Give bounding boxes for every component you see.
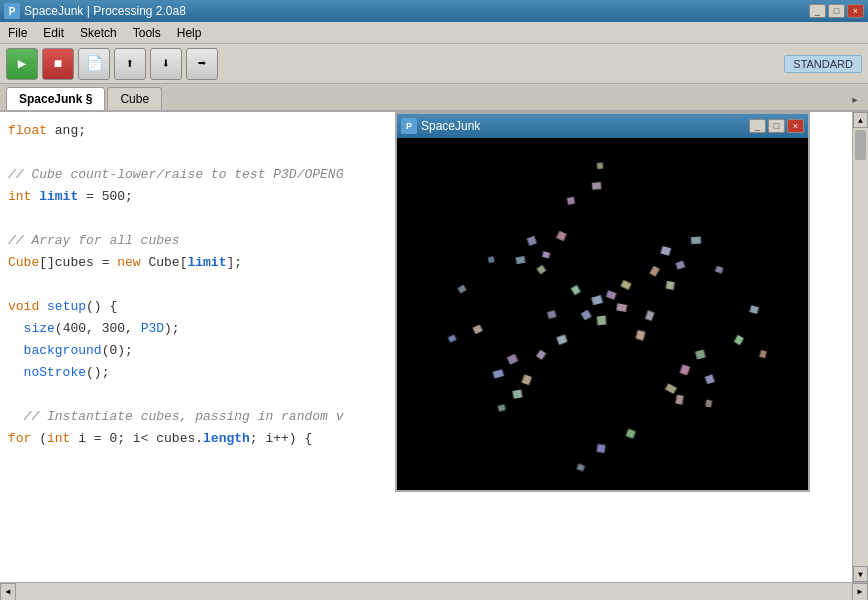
- window-title: SpaceJunk | Processing 2.0a8: [24, 4, 186, 18]
- title-bar: P SpaceJunk | Processing 2.0a8 _ □ ×: [0, 0, 868, 22]
- stop-button[interactable]: ■: [42, 48, 74, 80]
- menu-edit[interactable]: Edit: [35, 24, 72, 42]
- horizontal-scrollbar[interactable]: ◀ ▶: [0, 582, 868, 600]
- preview-title-bar: P SpaceJunk _ □ ×: [397, 114, 808, 138]
- svg-rect-43: [705, 400, 712, 408]
- tab-cube[interactable]: Cube: [107, 87, 162, 110]
- scrollbar-h-track[interactable]: [16, 583, 852, 600]
- svg-rect-28: [567, 197, 575, 205]
- close-button[interactable]: ×: [847, 4, 864, 18]
- svg-rect-33: [596, 444, 605, 453]
- svg-rect-32: [592, 182, 601, 190]
- svg-rect-14: [691, 236, 701, 244]
- vertical-scrollbar[interactable]: ▲ ▼: [852, 112, 868, 582]
- menu-help[interactable]: Help: [169, 24, 210, 42]
- menu-bar: File Edit Sketch Tools Help: [0, 22, 868, 44]
- preview-app-icon: P: [401, 118, 417, 134]
- minimize-button[interactable]: _: [809, 4, 826, 18]
- preview-canvas: [397, 138, 808, 490]
- preview-minimize-button[interactable]: _: [749, 119, 766, 133]
- app-icon: P: [4, 3, 20, 19]
- new-tab-button[interactable]: ▸: [846, 90, 864, 108]
- title-bar-left: P SpaceJunk | Processing 2.0a8: [4, 3, 186, 19]
- preview-window: P SpaceJunk _ □ ×: [395, 112, 810, 492]
- standard-badge: STANDARD: [784, 55, 862, 73]
- svg-rect-20: [512, 389, 522, 398]
- preview-title-left: P SpaceJunk: [401, 118, 480, 134]
- preview-window-title: SpaceJunk: [421, 119, 480, 133]
- scrollbar-thumb[interactable]: [855, 130, 866, 160]
- scroll-down-arrow[interactable]: ▼: [853, 566, 868, 582]
- menu-tools[interactable]: Tools: [125, 24, 169, 42]
- svg-rect-0: [399, 138, 805, 490]
- new-button[interactable]: 📄: [78, 48, 110, 80]
- maximize-button[interactable]: □: [828, 4, 845, 18]
- preview-maximize-button[interactable]: □: [768, 119, 785, 133]
- menu-file[interactable]: File: [0, 24, 35, 42]
- scrollbar-track[interactable]: [853, 128, 868, 566]
- title-bar-buttons[interactable]: _ □ ×: [809, 4, 864, 18]
- scroll-up-arrow[interactable]: ▲: [853, 112, 868, 128]
- export-button[interactable]: ➡: [186, 48, 218, 80]
- open-button[interactable]: ⬆: [114, 48, 146, 80]
- scroll-right-arrow[interactable]: ▶: [852, 583, 868, 601]
- preview-close-button[interactable]: ×: [787, 119, 804, 133]
- svg-rect-15: [666, 281, 675, 290]
- save-button[interactable]: ⬇: [150, 48, 182, 80]
- svg-rect-46: [597, 162, 603, 168]
- toolbar: ▶ ■ 📄 ⬆ ⬇ ➡ STANDARD: [0, 44, 868, 84]
- svg-rect-40: [488, 256, 495, 263]
- editor-container: float ang; // Cube count-lower/raise to …: [0, 112, 868, 582]
- menu-sketch[interactable]: Sketch: [72, 24, 125, 42]
- tabs-bar: SpaceJunk § Cube ▸: [0, 84, 868, 112]
- preview-title-buttons[interactable]: _ □ ×: [749, 119, 804, 133]
- tab-spacejunk[interactable]: SpaceJunk §: [6, 87, 105, 110]
- run-button[interactable]: ▶: [6, 48, 38, 80]
- svg-rect-5: [597, 316, 607, 326]
- scroll-left-arrow[interactable]: ◀: [0, 583, 16, 601]
